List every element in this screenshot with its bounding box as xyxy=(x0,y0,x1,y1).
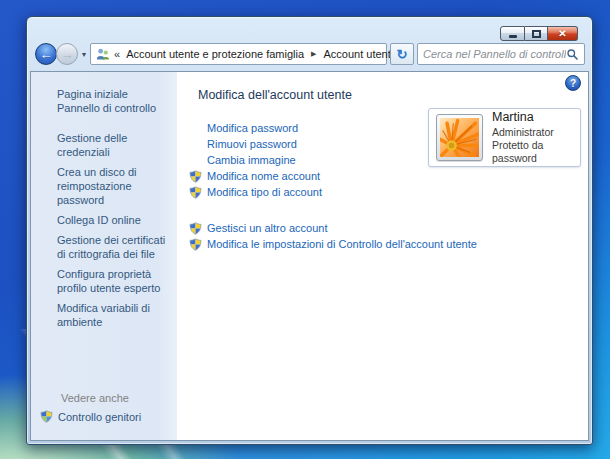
titlebar[interactable]: ✕ xyxy=(27,17,592,43)
back-arrow-icon: ← xyxy=(40,47,53,62)
sidebar-item-credenziali[interactable]: Gestione delle credenziali xyxy=(31,128,177,162)
sidebar-item-collega-id[interactable]: Collega ID online xyxy=(31,210,177,230)
admin-task-links: Gestisci un altro account Modifica le im… xyxy=(189,220,576,252)
see-also-header: Vedere anche xyxy=(31,388,177,407)
breadcrumb-item-account-utente[interactable]: Account utente xyxy=(321,47,398,61)
uac-shield-icon xyxy=(189,170,202,183)
parental-controls-icon xyxy=(40,410,53,423)
flower-image xyxy=(440,118,479,157)
uac-shield-icon xyxy=(189,222,202,235)
link-cambia-immagine[interactable]: Cambia immagine xyxy=(207,154,296,166)
link-modifica-password[interactable]: Modifica password xyxy=(207,122,298,134)
sidebar-item-home[interactable]: Pagina iniziale Pannello di controllo xyxy=(31,84,177,118)
uac-shield-icon xyxy=(189,186,202,199)
breadcrumb-overflow[interactable]: « xyxy=(114,48,120,60)
recent-pages-dropdown[interactable]: ▾ xyxy=(81,50,87,59)
see-also-group: Vedere anche Controllo genitori xyxy=(31,388,177,426)
search-icon[interactable] xyxy=(566,48,579,61)
link-impostazioni-uac[interactable]: Modifica le impostazioni di Controllo de… xyxy=(207,238,477,250)
sidebar: Pagina iniziale Pannello di controllo Ge… xyxy=(31,72,177,440)
user-picture xyxy=(436,114,483,161)
sidebar-item-profilo-esperto[interactable]: Configura proprietà profilo utente esper… xyxy=(31,264,177,298)
user-name: Martina xyxy=(492,110,575,124)
control-panel-window: ✕ ← → ▾ « Account utente e protezione fa… xyxy=(26,16,593,445)
user-info: Martina Administrator Protetto da passwo… xyxy=(492,110,575,165)
forward-arrow-icon: → xyxy=(61,47,74,62)
minimize-button[interactable] xyxy=(500,26,525,41)
navigation-bar: ← → ▾ « Account utente e protezione fami… xyxy=(27,43,592,71)
link-modifica-nome-account[interactable]: Modifica nome account xyxy=(207,170,320,182)
page-title: Modifica dell'account utente xyxy=(198,88,576,102)
user-role: Administrator xyxy=(492,126,575,139)
breadcrumb-separator-icon: ▶ xyxy=(310,50,317,58)
breadcrumb-item-famiglia[interactable]: Account utente e protezione famiglia xyxy=(124,47,306,61)
help-button[interactable]: ? xyxy=(565,75,581,91)
search-input[interactable] xyxy=(423,48,566,60)
minimize-icon xyxy=(509,35,517,38)
content-area: Pagina iniziale Pannello di controllo Ge… xyxy=(30,71,589,441)
address-bar[interactable]: « Account utente e protezione famiglia ▶… xyxy=(90,43,387,65)
sidebar-item-variabili-ambiente[interactable]: Modifica variabili di ambiente xyxy=(31,298,177,332)
link-rimuovi-password[interactable]: Rimuovi password xyxy=(207,138,297,150)
forward-button[interactable]: → xyxy=(56,43,78,65)
link-modifica-tipo-account[interactable]: Modifica tipo di account xyxy=(207,186,322,198)
maximize-icon xyxy=(532,30,541,38)
link-gestisci-altro-account[interactable]: Gestisci un altro account xyxy=(207,222,327,234)
back-button[interactable]: ← xyxy=(35,43,57,65)
refresh-icon: ↻ xyxy=(397,47,408,62)
main-panel: ? Modifica dell'account utente Modifica … xyxy=(177,72,588,440)
user-password-status: Protetto da password xyxy=(492,139,575,165)
sidebar-item-controllo-genitori[interactable]: Controllo genitori xyxy=(31,407,177,426)
sidebar-item-label: Controllo genitori xyxy=(58,411,141,423)
uac-shield-icon xyxy=(189,238,202,251)
window-controls: ✕ xyxy=(500,26,578,41)
user-accounts-icon xyxy=(96,47,110,61)
refresh-button[interactable]: ↻ xyxy=(390,43,414,65)
maximize-button[interactable] xyxy=(525,26,548,41)
search-box xyxy=(417,43,585,65)
close-icon: ✕ xyxy=(558,28,566,39)
sidebar-item-disco-reimpostazione[interactable]: Crea un disco di reimpostazione password xyxy=(31,162,177,210)
close-button[interactable]: ✕ xyxy=(548,26,578,41)
user-card: Martina Administrator Protetto da passwo… xyxy=(428,108,581,167)
sidebar-item-certificati[interactable]: Gestione dei certificati di crittografia… xyxy=(31,230,177,264)
